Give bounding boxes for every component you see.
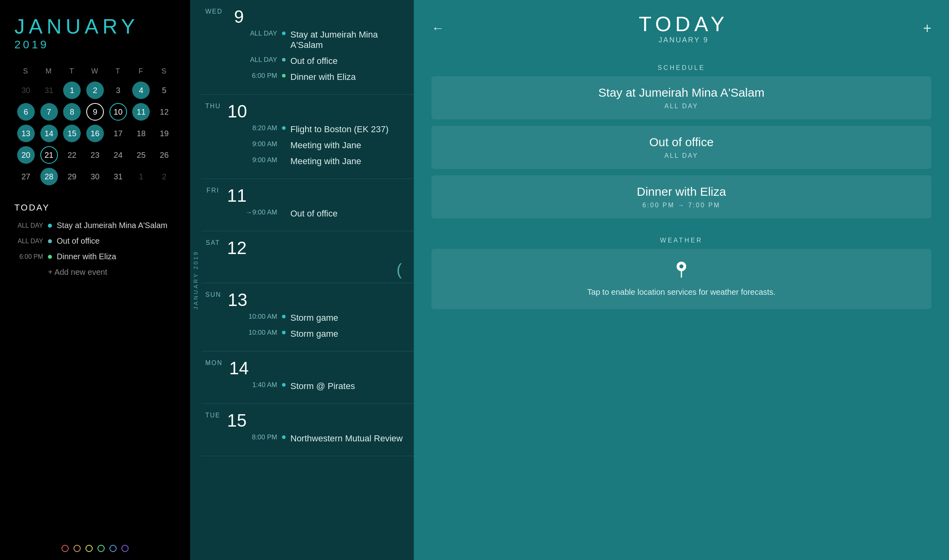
cal-day-cell[interactable]: 13 [14, 123, 38, 144]
event-time: 6:00 PM [14, 253, 43, 260]
day-event-dot [282, 74, 286, 77]
day-abbreviation: SAT [205, 239, 220, 246]
day-event-item[interactable]: 9:00 AMMeeting with Jane [241, 140, 410, 151]
scroll-hint: ( [201, 261, 414, 283]
day-event-name: Out of office [290, 56, 338, 66]
right-event-card[interactable]: Stay at Jumeirah Mina A'SalamALL DAY [431, 76, 931, 119]
cal-weekday-header: W [83, 63, 107, 79]
cal-day-cell[interactable]: 18 [130, 123, 153, 144]
day-abbreviation: SUN [205, 291, 221, 298]
day-event-dot [282, 142, 286, 146]
back-button[interactable]: ← [431, 21, 444, 36]
cal-day-cell[interactable]: 21 [38, 144, 61, 166]
cal-day-cell[interactable]: 9 [83, 101, 107, 123]
right-event-subtitle: ALL DAY [443, 103, 920, 110]
svg-point-1 [679, 264, 683, 268]
cal-day-cell[interactable]: 31 [38, 79, 61, 101]
schedule-day-header: MON14 [201, 351, 414, 381]
cal-day-cell[interactable]: 12 [153, 101, 176, 123]
location-icon [443, 260, 920, 281]
events-list: ALL DAYStay at Jumeirah Mina A'SalamALL … [14, 221, 176, 261]
page-dot-2[interactable] [73, 545, 81, 552]
cal-day-cell[interactable]: 10 [107, 101, 130, 123]
cal-day-cell[interactable]: 24 [107, 144, 130, 166]
weather-text: Tap to enable location services for weat… [443, 286, 920, 298]
day-event-item[interactable]: 6:00 PMDinner with Eliza [241, 72, 410, 82]
cal-day-cell[interactable]: 20 [14, 144, 38, 166]
cal-day-cell[interactable]: 28 [38, 166, 61, 187]
cal-day-cell[interactable]: 19 [153, 123, 176, 144]
day-event-name: Storm @ Pirates [290, 381, 355, 391]
right-event-card[interactable]: Out of officeALL DAY [431, 126, 931, 169]
cal-day-cell[interactable]: 23 [83, 144, 107, 166]
cal-day-cell[interactable]: 30 [14, 79, 38, 101]
event-time: ALL DAY [14, 238, 43, 245]
cal-day-cell[interactable]: 27 [14, 166, 38, 187]
cal-day-cell[interactable]: 16 [83, 123, 107, 144]
cal-day-cell[interactable]: 22 [60, 144, 83, 166]
cal-day-cell[interactable]: 31 [107, 166, 130, 187]
cal-day-cell[interactable]: 2 [83, 79, 107, 101]
cal-day-cell[interactable]: 2 [153, 166, 176, 187]
day-event-time: 8:20 AM [241, 124, 277, 132]
day-event-item[interactable]: 10:00 AMStorm game [241, 313, 410, 323]
cal-day-cell[interactable]: 1 [130, 166, 153, 187]
schedule-day-block: SUN1310:00 AMStorm game10:00 AMStorm gam… [201, 283, 414, 351]
today-date-label: JANUARY 9 [639, 36, 728, 44]
add-event-right-button[interactable]: + [923, 20, 931, 37]
day-event-item[interactable]: →9:00 AMOut of office [241, 209, 410, 219]
cal-day-cell[interactable]: 1 [60, 79, 83, 101]
cal-day-cell[interactable]: 5 [153, 79, 176, 101]
day-event-item[interactable]: 8:20 AMFlight to Boston (EK 237) [241, 124, 410, 135]
day-number: 11 [227, 187, 247, 205]
right-event-card[interactable]: Dinner with Eliza6:00 PM → 7:00 PM [431, 175, 931, 218]
day-abbreviation: WED [205, 8, 222, 15]
today-event-row: ALL DAYStay at Jumeirah Mina A'Salam [14, 221, 176, 230]
cal-weekday-header: M [38, 63, 61, 79]
page-dot-6[interactable] [121, 545, 129, 552]
cal-day-cell[interactable]: 26 [153, 144, 176, 166]
schedule-day-header: SAT12 [201, 231, 414, 261]
event-time: ALL DAY [14, 222, 43, 229]
cal-day-cell[interactable]: 4 [130, 79, 153, 101]
schedule-day-block: FRI11→9:00 AMOut of office [201, 179, 414, 231]
cal-day-cell[interactable]: 17 [107, 123, 130, 144]
day-events-list: 8:00 PMNorthwestern Mutual Review [201, 433, 414, 456]
cal-day-cell[interactable]: 25 [130, 144, 153, 166]
event-title: Stay at Jumeirah Mina A'Salam [57, 221, 167, 230]
day-event-item[interactable]: 1:40 AMStorm @ Pirates [241, 381, 410, 391]
day-number: 12 [227, 239, 247, 257]
cal-day-cell[interactable]: 8 [60, 101, 83, 123]
cal-day-cell[interactable]: 14 [38, 123, 61, 144]
day-event-dot [282, 315, 286, 318]
day-event-time: 1:40 AM [241, 381, 277, 389]
add-event-button[interactable]: + Add new event [14, 268, 176, 277]
cal-day-cell[interactable]: 3 [107, 79, 130, 101]
cal-weekday-header: T [107, 63, 130, 79]
page-dot-4[interactable] [97, 545, 105, 552]
cal-day-cell[interactable]: 11 [130, 101, 153, 123]
day-event-item[interactable]: 8:00 PMNorthwestern Mutual Review [241, 433, 410, 444]
event-dot [48, 239, 52, 243]
day-event-dot [282, 383, 286, 387]
day-events-list: →9:00 AMOut of office [201, 209, 414, 231]
cal-day-cell[interactable]: 30 [83, 166, 107, 187]
day-event-item[interactable]: ALL DAYOut of office [241, 56, 410, 66]
day-event-item[interactable]: 10:00 AMStorm game [241, 329, 410, 339]
cal-day-cell[interactable]: 15 [60, 123, 83, 144]
vertical-label-container: JANUARY 2019 [190, 0, 201, 560]
right-event-title: Stay at Jumeirah Mina A'Salam [443, 86, 920, 99]
page-dot-1[interactable] [62, 545, 69, 552]
day-event-name: Northwestern Mutual Review [290, 433, 403, 444]
day-event-item[interactable]: ALL DAYStay at Jumeirah Mina A'Salam [241, 30, 410, 50]
cal-day-cell[interactable]: 29 [60, 166, 83, 187]
page-dot-5[interactable] [109, 545, 117, 552]
cal-day-cell[interactable]: 7 [38, 101, 61, 123]
cal-weekday-header: F [130, 63, 153, 79]
schedule-list[interactable]: WED9ALL DAYStay at Jumeirah Mina A'Salam… [201, 0, 414, 560]
cal-day-cell[interactable]: 6 [14, 101, 38, 123]
schedule-day-header: THU10 [201, 95, 414, 124]
page-dot-3[interactable] [85, 545, 93, 552]
day-event-item[interactable]: 9:00 AMMeeting with Jane [241, 156, 410, 167]
weather-card[interactable]: Tap to enable location services for weat… [431, 249, 931, 309]
